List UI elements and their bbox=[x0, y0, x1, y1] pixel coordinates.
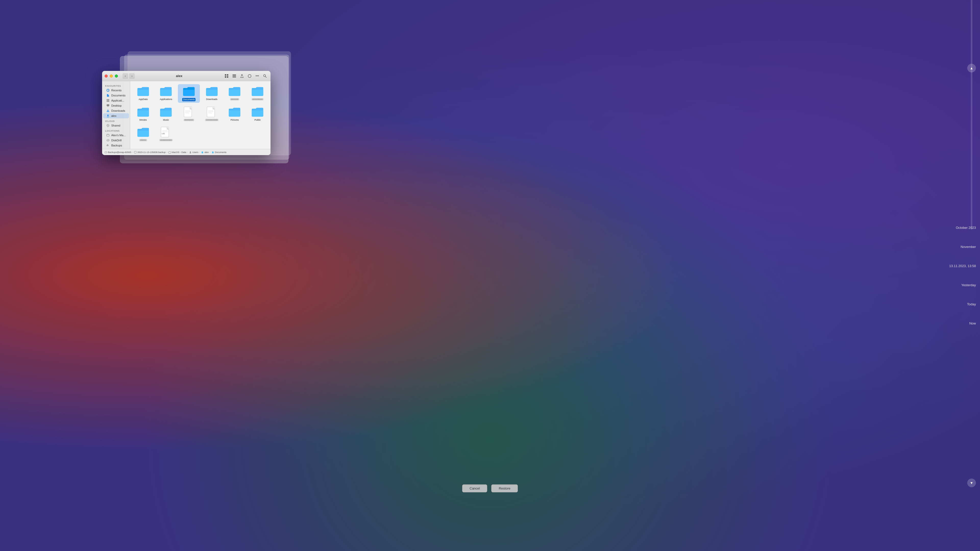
sidebar-item-recents[interactable]: Recents bbox=[103, 88, 129, 93]
back-button[interactable]: ‹ bbox=[123, 73, 128, 79]
bc-documents-crumb[interactable]: Documents bbox=[212, 151, 227, 154]
file-item-folder7[interactable]: ●●●●● bbox=[132, 125, 154, 143]
sidebar-item-alexma[interactable]: Alex's Ma... bbox=[103, 133, 129, 138]
cancel-button[interactable]: Cancel bbox=[462, 484, 487, 492]
timeline-yesterday-label: Yesterday bbox=[961, 283, 976, 287]
titlebar-actions: ••• bbox=[224, 73, 268, 79]
sidebar-item-downloads[interactable]: Downloads bbox=[103, 108, 129, 113]
backups-icon bbox=[106, 144, 110, 147]
recents-icon bbox=[106, 89, 110, 92]
sidebar-item-desktop[interactable]: Desktop bbox=[103, 103, 129, 108]
appdata-folder-icon bbox=[137, 86, 150, 97]
share-icon[interactable] bbox=[239, 73, 245, 79]
svg-rect-32 bbox=[134, 151, 136, 153]
pictures-label: Pictures bbox=[231, 119, 239, 121]
desktop-icon bbox=[106, 104, 110, 107]
desktop-label: Desktop bbox=[111, 104, 121, 107]
file-item-documents[interactable]: Documents bbox=[178, 84, 200, 103]
alex-label: alex bbox=[111, 114, 116, 118]
doc1-icon bbox=[182, 106, 196, 118]
applications-grid-label: Applications bbox=[160, 98, 172, 101]
documents-label: Documents bbox=[111, 94, 126, 97]
recents-label: Recents bbox=[111, 89, 121, 92]
view-icon-list[interactable] bbox=[231, 73, 237, 79]
diskdrill-label: DiskDrill bbox=[111, 139, 121, 142]
timeline-october-label: October 2023 bbox=[956, 226, 976, 230]
file-item-doc2[interactable]: ●●●●●●●●● bbox=[201, 105, 223, 123]
bc-macos-data[interactable]: MacOS - Data bbox=[169, 151, 186, 154]
search-icon[interactable] bbox=[262, 73, 268, 79]
sidebar-item-alex[interactable]: alex bbox=[103, 113, 129, 118]
svg-rect-2 bbox=[225, 76, 226, 78]
svg-rect-12 bbox=[107, 101, 108, 102]
forward-button[interactable]: › bbox=[129, 73, 135, 79]
maximize-button[interactable] bbox=[115, 75, 118, 78]
timeline-date-label: 13.11.2023, 13:58 bbox=[949, 264, 976, 268]
documents-icon bbox=[106, 94, 110, 97]
sidebar-item-documents[interactable]: Documents bbox=[103, 93, 129, 98]
doc2-icon bbox=[205, 106, 218, 118]
folder6-icon bbox=[251, 86, 264, 97]
public-folder-icon bbox=[251, 106, 264, 118]
bc-alex-crumb-label: alex bbox=[204, 151, 209, 154]
folder7-icon bbox=[137, 127, 150, 138]
svg-point-15 bbox=[107, 115, 109, 116]
shared-label: Shared bbox=[111, 124, 120, 127]
bc-backups[interactable]: Backups@snap-60565 bbox=[105, 151, 131, 154]
minimize-button[interactable] bbox=[110, 75, 113, 78]
file-item-music[interactable]: Music bbox=[155, 105, 177, 123]
file-item-folder6[interactable]: ●●●●●●●● bbox=[247, 84, 269, 103]
documents-folder-icon bbox=[182, 86, 196, 97]
bc-users-label: Users bbox=[192, 151, 199, 154]
tag-icon[interactable] bbox=[247, 73, 253, 79]
restore-button[interactable]: Restore bbox=[491, 484, 518, 492]
file-item-movies[interactable]: Movies bbox=[132, 105, 154, 123]
folder7-label: ●●●●● bbox=[140, 139, 146, 141]
sidebar-section-icloud: iCloud bbox=[102, 118, 130, 123]
svg-point-18 bbox=[108, 140, 108, 141]
sidebar-item-diskdrill[interactable]: DiskDrill bbox=[103, 138, 129, 143]
file-item-public[interactable]: Public bbox=[247, 105, 269, 123]
timeline-panel: ▲ October 2023 November 13.11.2023, 13:5… bbox=[934, 0, 980, 551]
music-folder-icon bbox=[159, 106, 172, 118]
file-item-log[interactable]: LOG ●●●●●●●●● bbox=[155, 125, 177, 143]
sidebar: Favourites Recents Documents bbox=[102, 81, 130, 149]
svg-rect-11 bbox=[108, 99, 110, 100]
file-item-pictures[interactable]: Pictures bbox=[224, 105, 246, 123]
bc-documents-crumb-label: Documents bbox=[215, 151, 227, 154]
sidebar-item-shared[interactable]: Shared bbox=[103, 123, 129, 128]
close-button[interactable] bbox=[105, 75, 108, 78]
sidebar-section-favourites: Favourites bbox=[102, 83, 130, 88]
svg-rect-6 bbox=[232, 77, 236, 78]
bc-alex-crumb[interactable]: alex bbox=[201, 151, 209, 154]
finder-window: ‹ › alex bbox=[102, 71, 270, 155]
timeline-entry-october: October 2023 bbox=[956, 226, 976, 230]
file-item-downloads[interactable]: Downloads bbox=[201, 84, 223, 103]
titlebar: ‹ › alex bbox=[102, 71, 270, 81]
timeline-entry-november: November bbox=[961, 245, 976, 249]
file-item-applications[interactable]: Applications bbox=[155, 84, 177, 103]
file-item-doc1[interactable]: ●●●●●●● bbox=[178, 105, 200, 123]
file-item-appdata[interactable]: AppData bbox=[132, 84, 154, 103]
appdata-label: AppData bbox=[138, 98, 148, 101]
sidebar-item-backups[interactable]: Backups bbox=[103, 143, 129, 148]
folder6-label: ●●●●●●●● bbox=[252, 98, 263, 101]
shared-icon bbox=[106, 124, 110, 127]
log-label: ●●●●●●●●● bbox=[160, 139, 172, 141]
svg-rect-5 bbox=[232, 76, 236, 76]
documents-grid-label: Documents bbox=[182, 98, 196, 101]
view-icon-grid[interactable] bbox=[224, 73, 230, 79]
timeline-now-label: Now bbox=[969, 321, 976, 325]
timeline-down-arrow[interactable]: ▼ bbox=[967, 478, 976, 487]
bc-backups-label: Backups@snap-60565 bbox=[108, 151, 131, 154]
file-item-folder5[interactable]: ●●●●●● bbox=[224, 84, 246, 103]
timeline-scrollbar[interactable] bbox=[971, 0, 972, 230]
bc-users[interactable]: Users bbox=[189, 151, 199, 154]
more-icon[interactable]: ••• bbox=[254, 73, 260, 79]
svg-rect-33 bbox=[169, 151, 171, 153]
bc-backup-file[interactable]: 2023-11-13-135838.backup bbox=[134, 151, 165, 154]
timeline-entry-now: Now bbox=[969, 321, 976, 325]
sidebar-item-applications[interactable]: Applicati... bbox=[103, 98, 129, 103]
timeline-entry-today: Today bbox=[967, 302, 976, 306]
bottom-buttons: Cancel Restore bbox=[462, 484, 518, 492]
